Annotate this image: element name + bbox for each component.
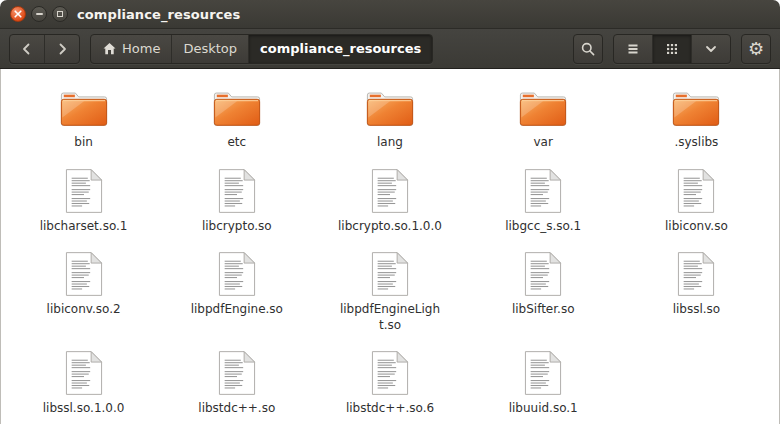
- folder-item-etc[interactable]: etc: [160, 83, 313, 151]
- item-label: var: [534, 135, 553, 151]
- folder-icon: [518, 83, 568, 131]
- item-label: libcrypto.so: [202, 219, 272, 235]
- home-icon: [102, 41, 117, 56]
- file-icon: [677, 250, 715, 298]
- forward-button[interactable]: [45, 35, 79, 63]
- file-item-libstdc++.so.6[interactable]: libstdc++.so.6: [313, 349, 466, 417]
- file-icon: [218, 250, 256, 298]
- folder-item-lang[interactable]: lang: [313, 83, 466, 151]
- item-label: libgcc_s.so.1: [505, 219, 581, 235]
- maximize-icon: [57, 11, 63, 17]
- breadcrumb-home[interactable]: Home: [91, 35, 172, 63]
- item-label: libSifter.so: [512, 302, 575, 318]
- titlebar[interactable]: compliance_resources: [0, 0, 780, 29]
- item-label: bin: [74, 135, 93, 151]
- chevron-right-icon: [54, 41, 70, 57]
- view-options-button[interactable]: [692, 35, 730, 63]
- file-icon: [218, 167, 256, 215]
- minimize-button[interactable]: [31, 6, 47, 22]
- nav-button-group: [9, 34, 80, 64]
- folder-icon: [365, 83, 415, 131]
- item-label: libssl.so.1.0.0: [43, 401, 125, 417]
- list-view-icon: [625, 41, 641, 57]
- window-title: compliance_resources: [77, 7, 240, 22]
- item-label: libcrypto.so.1.0.0: [338, 219, 442, 235]
- folder-item-.syslibs[interactable]: .syslibs: [620, 83, 773, 151]
- settings-button[interactable]: ⚙: [741, 34, 771, 64]
- file-item-libstdc++.so[interactable]: libstdc++.so: [160, 349, 313, 417]
- item-label: libuuid.so.1: [509, 401, 578, 417]
- item-label: libiconv.so.2: [47, 302, 121, 318]
- file-item-libssl.so.1.0.0[interactable]: libssl.so.1.0.0: [7, 349, 160, 417]
- breadcrumb-current-label: compliance_resources: [260, 41, 421, 56]
- search-icon: [580, 41, 596, 57]
- item-label: libstdc++.so.6: [346, 401, 434, 417]
- minimize-icon: [36, 13, 43, 15]
- chevron-left-icon: [19, 41, 35, 57]
- folder-icon: [59, 83, 109, 131]
- file-icon: [65, 349, 103, 397]
- window-controls: [10, 6, 68, 22]
- folder-item-bin[interactable]: bin: [7, 83, 160, 151]
- file-icon: [65, 250, 103, 298]
- item-label: libpdfEngine.so: [191, 302, 283, 318]
- folder-icon: [212, 83, 262, 131]
- item-label: libiconv.so: [665, 219, 728, 235]
- close-icon: [14, 10, 22, 18]
- file-grid: bin: [1, 69, 779, 423]
- file-item-libiconv.so[interactable]: libiconv.so: [620, 167, 773, 235]
- file-icon: [65, 167, 103, 215]
- file-icon: [371, 349, 409, 397]
- file-item-libiconv.so.2[interactable]: libiconv.so.2: [7, 250, 160, 333]
- file-item-libssl.so[interactable]: libssl.so: [620, 250, 773, 333]
- item-label: .syslibs: [674, 135, 718, 151]
- file-item-libSifter.so[interactable]: libSifter.so: [467, 250, 620, 333]
- file-item-libpdfEngineLight.so[interactable]: libpdfEngineLight.so: [313, 250, 466, 333]
- folder-item-var[interactable]: var: [467, 83, 620, 151]
- chevron-down-icon: [703, 41, 719, 57]
- gear-icon: ⚙: [748, 40, 764, 58]
- close-button[interactable]: [10, 6, 26, 22]
- file-icon: [524, 250, 562, 298]
- item-label: lang: [377, 135, 403, 151]
- file-icon: [524, 167, 562, 215]
- grid-view-button[interactable]: [653, 35, 692, 63]
- file-manager-window: compliance_resources Home: [0, 0, 780, 424]
- file-item-libgcc_s.so.1[interactable]: libgcc_s.so.1: [467, 167, 620, 235]
- breadcrumb-desktop[interactable]: Desktop: [172, 35, 249, 63]
- maximize-button[interactable]: [52, 6, 68, 22]
- file-icon: [371, 250, 409, 298]
- item-label: libpdfEngineLight.so: [337, 302, 443, 333]
- breadcrumb: Home Desktop compliance_resources: [90, 34, 433, 64]
- item-label: etc: [227, 135, 246, 151]
- breadcrumb-home-label: Home: [122, 41, 160, 56]
- file-icon: [524, 349, 562, 397]
- breadcrumb-current[interactable]: compliance_resources: [249, 35, 432, 63]
- view-switcher-group: [613, 34, 731, 64]
- grid-view-icon: [664, 41, 680, 57]
- folder-icon: [671, 83, 721, 131]
- file-item-libcrypto.so[interactable]: libcrypto.so: [160, 167, 313, 235]
- toolbar: Home Desktop compliance_resources: [0, 29, 780, 69]
- file-item-libcharset.so.1[interactable]: libcharset.so.1: [7, 167, 160, 235]
- file-icon: [371, 167, 409, 215]
- file-item-libuuid.so.1[interactable]: libuuid.so.1: [467, 349, 620, 417]
- item-label: libcharset.so.1: [40, 219, 128, 235]
- content-pane[interactable]: bin: [0, 69, 780, 424]
- list-view-button[interactable]: [614, 35, 653, 63]
- file-icon: [677, 167, 715, 215]
- breadcrumb-desktop-label: Desktop: [183, 41, 237, 56]
- search-button[interactable]: [573, 34, 603, 64]
- file-item-libcrypto.so.1.0.0[interactable]: libcrypto.so.1.0.0: [313, 167, 466, 235]
- item-label: libstdc++.so: [198, 401, 275, 417]
- back-button[interactable]: [10, 35, 45, 63]
- item-label: libssl.so: [673, 302, 721, 318]
- file-icon: [218, 349, 256, 397]
- file-item-libpdfEngine.so[interactable]: libpdfEngine.so: [160, 250, 313, 333]
